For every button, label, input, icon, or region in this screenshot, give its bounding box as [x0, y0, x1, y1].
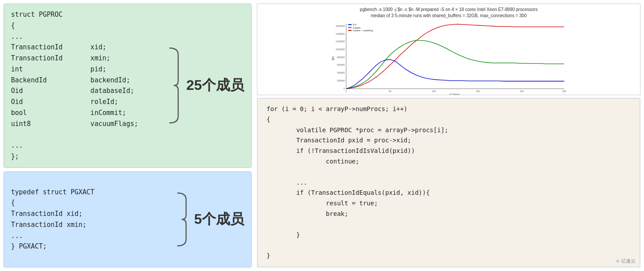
svg-text:600000: 600000 [337, 63, 345, 66]
svg-text:800000: 800000 [337, 56, 345, 59]
svg-text:1600000: 1600000 [336, 25, 345, 27]
block2-brace-label: 5个成员 [173, 191, 244, 248]
block1-label: 25个成员 [186, 76, 244, 95]
svg-text:# Clients: # Clients [450, 93, 460, 95]
struct-pgxact-code: typedef struct PGXACT { TransactionId xi… [11, 187, 173, 252]
left-panel: struct PGPROC { ... TransactionId xid; T… [0, 0, 255, 271]
svg-text:200: 200 [520, 90, 524, 93]
brace1-icon [165, 46, 183, 125]
block1-brace-label: 25个成员 [165, 46, 244, 125]
brace2-icon [173, 191, 190, 248]
block2-label: 5个成员 [194, 210, 244, 229]
svg-text:0: 0 [344, 87, 345, 90]
svg-text:200000: 200000 [337, 79, 345, 82]
svg-text:master + padding: master + padding [353, 29, 373, 32]
svg-text:9.5: 9.5 [353, 23, 357, 26]
struct-pgproc-block: struct PGPROC { ... TransactionId xid; T… [4, 4, 252, 168]
watermark: ⊙ 亿速云 [616, 258, 636, 264]
svg-text:tps: tps [331, 56, 335, 60]
svg-text:1400000: 1400000 [336, 33, 345, 35]
svg-text:100: 100 [432, 90, 436, 93]
svg-text:0: 0 [345, 90, 347, 93]
svg-text:1000000: 1000000 [336, 48, 345, 51]
svg-text:master: master [353, 26, 361, 29]
svg-rect-31 [348, 30, 351, 31]
svg-text:1200000: 1200000 [336, 40, 345, 43]
svg-rect-27 [348, 24, 351, 25]
chart-area: pgbench -s 1000 -j $n -c $n -M prepared … [257, 4, 640, 95]
svg-rect-29 [348, 27, 351, 28]
struct-pgproc-code: struct PGPROC { ... TransactionId xid; T… [11, 9, 165, 162]
struct-pgxact-block: typedef struct PGXACT { TransactionId xi… [4, 171, 252, 268]
svg-text:250: 250 [562, 90, 566, 93]
svg-text:150: 150 [476, 90, 480, 93]
svg-text:50: 50 [389, 90, 392, 93]
code-block-bottom: for (i = 0; i < arrayP->numProcs; i++) {… [257, 98, 640, 267]
right-panel: pgbench -s 1000 -j $n -c $n -M prepared … [255, 0, 644, 271]
svg-text:400000: 400000 [337, 71, 345, 74]
chart-title: pgbench -s 1000 -j $n -c $n -M prepared … [260, 7, 637, 19]
performance-chart: tps 0 200000 400000 600000 800000 100000… [260, 21, 637, 95]
